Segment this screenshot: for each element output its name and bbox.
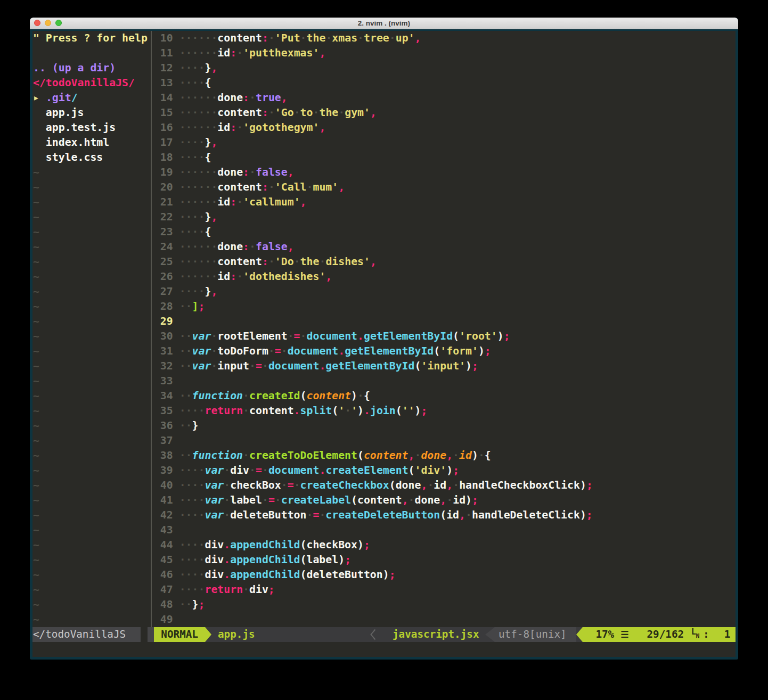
- editor-line[interactable]: 17····},: [154, 135, 736, 150]
- editor-line[interactable]: 34··function·createId(content)·{: [154, 389, 736, 403]
- statusline-filetype: javascript.jsx: [393, 627, 479, 642]
- editor-line[interactable]: 37: [154, 433, 736, 448]
- editor-line[interactable]: 31··var·toDoForm·=·document.getElementBy…: [154, 344, 736, 359]
- editor-line[interactable]: 30··var·rootElement·=·document.getElemen…: [154, 329, 736, 344]
- sidebar-row[interactable]: " Press ? for help: [33, 31, 148, 46]
- statusline-encoding: utf-8[unix]: [499, 627, 567, 642]
- sidebar-tilde: ~: [33, 389, 39, 403]
- code-editor[interactable]: 10······content:·'Put·the·xmas·tree·up',…: [154, 31, 736, 627]
- statusline-percent: 17%: [595, 627, 614, 642]
- sidebar-tilde: ~: [33, 329, 39, 344]
- statusline: </todoVanillaJS NORMAL app.js javascript…: [32, 627, 736, 642]
- sidebar-row[interactable]: .. (up a dir): [33, 61, 116, 76]
- sidebar-row[interactable]: style.css: [33, 150, 103, 165]
- editor-line[interactable]: 32··var·input·=·document.getElementById(…: [154, 359, 736, 374]
- editor-line[interactable]: 11······id:·'putthexmas',: [154, 46, 736, 61]
- sidebar-tilde: ~: [33, 508, 39, 523]
- editor-line[interactable]: 20······content:·'Call·mum',: [154, 180, 736, 195]
- vertical-split[interactable]: [151, 31, 152, 627]
- editor-line[interactable]: 21······id:·'callmum',: [154, 195, 736, 210]
- sidebar-tilde: ~: [33, 269, 39, 284]
- editor-line[interactable]: 22····},: [154, 210, 736, 225]
- chevron-left-icon: [370, 627, 376, 642]
- editor-line[interactable]: 12····},: [154, 61, 736, 76]
- separator-triangle-green: [576, 627, 583, 642]
- editor-line[interactable]: 41····var·label·=·createLabel(content,·d…: [154, 493, 736, 508]
- sidebar-tilde: ~: [33, 567, 39, 582]
- sidebar-tilde: ~: [33, 612, 39, 627]
- editor-line[interactable]: 45····div.appendChild(label);: [154, 553, 736, 567]
- nerdtree-sidebar[interactable]: " Press ? for help.. (up a dir)</todoVan…: [33, 31, 148, 627]
- command-line[interactable]: [32, 642, 736, 657]
- sidebar-tilde: ~: [33, 240, 39, 254]
- sidebar-tilde: ~: [33, 418, 39, 433]
- editor-line[interactable]: 44····div.appendChild(checkBox);: [154, 538, 736, 553]
- editor-line[interactable]: 48··};: [154, 597, 736, 612]
- statusline-mode-arrow: [205, 627, 211, 642]
- sidebar-tilde: ~: [33, 195, 39, 210]
- sidebar-row[interactable]: app.js: [33, 105, 84, 120]
- sidebar-tilde: ~: [33, 165, 39, 180]
- sidebar-row[interactable]: </todoVanillaJS/: [33, 76, 135, 90]
- lines-icon: ☰: [620, 627, 628, 642]
- editor-line[interactable]: 35····return·content.split('·').join('')…: [154, 403, 736, 418]
- editor-line[interactable]: 46····div.appendChild(deleteButton);: [154, 567, 736, 582]
- sidebar-tilde: ~: [33, 210, 39, 225]
- editor-line[interactable]: 39····var·div·=·document.createElement('…: [154, 463, 736, 478]
- terminal-content: " Press ? for help.. (up a dir)</todoVan…: [32, 31, 736, 657]
- sidebar-tilde: ~: [33, 553, 39, 567]
- editor-line[interactable]: 36··}: [154, 418, 736, 433]
- line-number-icon: LN: [691, 627, 700, 642]
- statusline-split-cell: [148, 627, 154, 642]
- editor-line[interactable]: 19······done:·false,: [154, 165, 736, 180]
- editor-line[interactable]: 26······id:·'dothedishes',: [154, 269, 736, 284]
- sidebar-tilde: ~: [33, 344, 39, 359]
- sidebar-tilde: ~: [33, 493, 39, 508]
- statusline-filename: app.js: [218, 627, 255, 642]
- sidebar-tilde: ~: [33, 523, 39, 538]
- statusline-gap: [141, 627, 147, 642]
- editor-line[interactable]: 49: [154, 612, 736, 627]
- editor-line[interactable]: 15······content:·'Go·to·the·gym',: [154, 105, 736, 120]
- editor-line[interactable]: 47····return·div;: [154, 582, 736, 597]
- sidebar-tilde: ~: [33, 374, 39, 389]
- sidebar-tilde: ~: [33, 284, 39, 299]
- sidebar-tilde: ~: [33, 180, 39, 195]
- editor-line[interactable]: 43: [154, 523, 736, 538]
- statusline-column: 1: [724, 627, 731, 642]
- sidebar-tilde: ~: [33, 299, 39, 314]
- sidebar-tilde: ~: [33, 433, 39, 448]
- editor-line[interactable]: 10······content:·'Put·the·xmas·tree·up',: [154, 31, 736, 46]
- editor-line[interactable]: 24······done:·false,: [154, 240, 736, 254]
- statusline-nerdtree-file: </todoVanillaJS: [32, 627, 141, 642]
- sidebar-tilde: ~: [33, 403, 39, 418]
- sidebar-row[interactable]: app.test.js: [33, 120, 116, 135]
- separator-triangle-gray: [485, 627, 495, 642]
- sidebar-tilde: ~: [33, 254, 39, 269]
- statusline-mode: NORMAL: [154, 627, 206, 642]
- titlebar[interactable]: 2. nvim . (nvim): [30, 18, 738, 29]
- sidebar-tilde: ~: [33, 597, 39, 612]
- sidebar-tilde: ~: [33, 359, 39, 374]
- sidebar-tilde: ~: [33, 448, 39, 463]
- editor-line[interactable]: 33: [154, 374, 736, 389]
- sidebar-tilde: ~: [33, 314, 39, 329]
- editor-line[interactable]: 14······done:·true,: [154, 90, 736, 105]
- editor-line[interactable]: 28··];: [154, 299, 736, 314]
- sidebar-row[interactable]: ▸ .git/: [33, 90, 78, 105]
- sidebar-row[interactable]: index.html: [33, 135, 109, 150]
- sidebar-tilde: ~: [33, 463, 39, 478]
- editor-line[interactable]: 18····{: [154, 150, 736, 165]
- editor-line[interactable]: 16······id:·'gotothegym',: [154, 120, 736, 135]
- editor-line[interactable]: 25······content:·'Do·the·dishes',: [154, 254, 736, 269]
- editor-line[interactable]: 38··function·createToDoElement(content,·…: [154, 448, 736, 463]
- editor-line[interactable]: 13····{: [154, 76, 736, 90]
- window-title: 2. nvim . (nvim): [30, 18, 738, 29]
- editor-line[interactable]: 42····var·deleteButton·=·createDeleteBut…: [154, 508, 736, 523]
- statusline-position: 29/162: [647, 627, 684, 642]
- sidebar-tilde: ~: [33, 478, 39, 493]
- editor-line[interactable]: 40····var·checkBox·=·createCheckbox(done…: [154, 478, 736, 493]
- editor-line[interactable]: 27····},: [154, 284, 736, 299]
- editor-line[interactable]: 29: [154, 314, 736, 329]
- editor-line[interactable]: 23····{: [154, 225, 736, 240]
